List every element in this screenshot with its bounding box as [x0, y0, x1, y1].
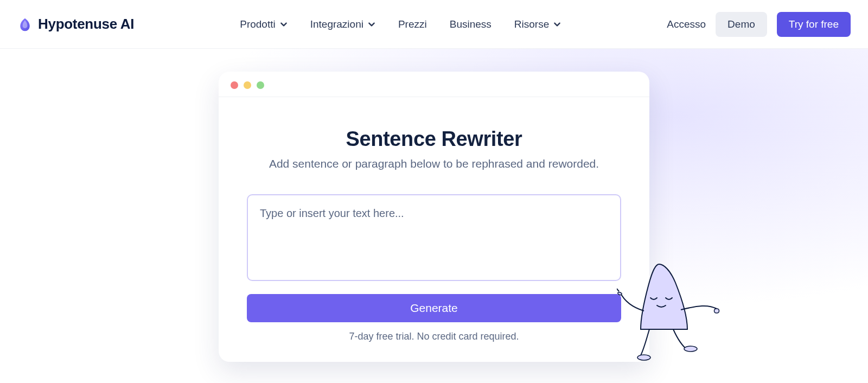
header-actions: Accesso Demo Try for free	[667, 12, 851, 37]
text-input[interactable]	[247, 194, 621, 281]
chevron-down-icon	[553, 21, 561, 28]
nav-item-label: Integrazioni	[310, 18, 363, 30]
traffic-light-minimize-icon	[244, 81, 251, 89]
nav-item-label: Prodotti	[240, 18, 275, 30]
tool-title: Sentence Rewriter	[247, 127, 621, 151]
nav-item-prezzi[interactable]: Prezzi	[398, 18, 427, 30]
trial-note: 7-day free trial. No credit card require…	[247, 331, 621, 342]
nav-item-label: Risorse	[514, 18, 549, 30]
window-chrome	[219, 72, 649, 97]
generate-button[interactable]: Generate	[247, 294, 621, 322]
top-nav: Hypotenuse AI Prodotti Integrazioni Prez…	[0, 0, 868, 49]
chevron-down-icon	[280, 21, 288, 28]
nav-item-integrazioni[interactable]: Integrazioni	[310, 18, 375, 30]
nav-item-label: Prezzi	[398, 18, 427, 30]
svg-point-6	[684, 346, 697, 352]
brand-name: Hypotenuse AI	[38, 16, 134, 33]
brand[interactable]: Hypotenuse AI	[17, 16, 134, 33]
nav-item-risorse[interactable]: Risorse	[514, 18, 561, 30]
traffic-light-close-icon	[231, 81, 238, 89]
tool-card: Sentence Rewriter Add sentence or paragr…	[219, 72, 649, 362]
primary-nav: Prodotti Integrazioni Prezzi Business Ri…	[240, 18, 561, 30]
nav-item-prodotti[interactable]: Prodotti	[240, 18, 287, 30]
demo-button[interactable]: Demo	[716, 12, 767, 37]
nav-item-label: Business	[450, 18, 492, 30]
login-link[interactable]: Accesso	[667, 18, 706, 30]
traffic-light-zoom-icon	[257, 81, 264, 89]
tool-subtitle: Add sentence or paragraph below to be re…	[247, 157, 621, 170]
try-free-button[interactable]: Try for free	[777, 12, 851, 37]
nav-item-business[interactable]: Business	[450, 18, 492, 30]
hero: Sentence Rewriter Add sentence or paragr…	[0, 49, 868, 362]
chevron-down-icon	[368, 21, 375, 28]
tool-body: Sentence Rewriter Add sentence or paragr…	[219, 97, 649, 362]
brand-logo-icon	[17, 17, 33, 32]
